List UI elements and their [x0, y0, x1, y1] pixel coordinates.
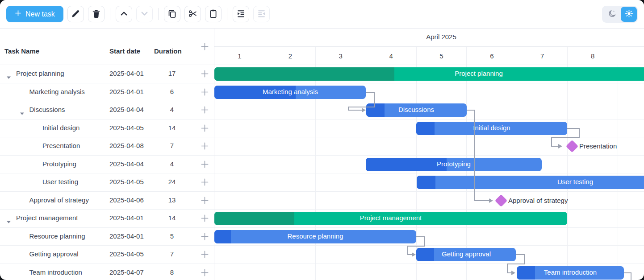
indent-icon [236, 9, 246, 20]
task-bar[interactable]: Getting approval [416, 248, 516, 261]
task-name-cell: Project planning [16, 70, 64, 77]
expand-caret-icon[interactable] [7, 217, 11, 225]
task-start-cell: 2025-04-01 [109, 88, 144, 95]
add-subtask-button[interactable] [195, 65, 214, 83]
paste-button[interactable] [205, 6, 222, 22]
progress-fill [366, 158, 447, 171]
task-row[interactable]: Initial design2025-04-0514 [0, 119, 195, 138]
add-subtask-button[interactable] [195, 101, 214, 119]
add-subtask-button[interactable] [195, 173, 214, 192]
add-subtask-button[interactable] [195, 264, 214, 280]
scissors-icon [188, 9, 197, 20]
plus-icon [15, 10, 21, 18]
clipboard-icon [209, 9, 218, 20]
add-subtask-button[interactable] [195, 192, 214, 210]
task-start-cell: 2025-04-04 [109, 160, 144, 168]
task-row[interactable]: User testing2025-04-0524 [0, 173, 195, 192]
add-subtask-button[interactable] [195, 246, 214, 264]
task-name-cell: Discussions [29, 106, 65, 113]
add-subtask-button[interactable] [195, 156, 214, 174]
column-header-start-date[interactable]: Start date [109, 47, 140, 55]
task-row[interactable]: Prototyping2025-04-044 [0, 156, 195, 174]
task-bar[interactable]: User testing [417, 176, 644, 189]
task-duration-cell: 5 [154, 232, 190, 240]
task-name-cell: Marketing analysis [29, 88, 85, 95]
task-bar[interactable]: Resource planning [214, 230, 416, 243]
trash-icon [92, 9, 101, 20]
task-name-cell: Project management [16, 214, 78, 222]
indent-button[interactable] [233, 6, 249, 22]
progress-fill [214, 212, 294, 225]
task-row[interactable]: Presentation2025-04-087 [0, 137, 195, 156]
task-bar[interactable]: Team introduction [517, 266, 624, 280]
bar-label: Initial design [473, 124, 510, 132]
month-label: April 2025 [426, 33, 456, 41]
cut-button[interactable] [184, 6, 201, 22]
bar-label: Marketing analysis [263, 88, 318, 95]
task-start-cell: 2025-04-06 [109, 196, 144, 204]
chart-row [214, 192, 644, 210]
expand-caret-icon[interactable] [7, 73, 11, 81]
delete-task-button[interactable] [88, 6, 105, 22]
add-subtask-button[interactable] [195, 210, 214, 228]
bar-label: Getting approval [442, 250, 491, 258]
day-header: 12345678 [214, 47, 644, 65]
progress-fill [366, 103, 385, 117]
chevron-down-icon [140, 9, 149, 20]
move-down-button [136, 6, 153, 22]
task-row[interactable]: Team introduction2025-04-078 [0, 264, 195, 280]
task-duration-cell: 14 [154, 214, 190, 222]
add-subtask-button[interactable] [195, 137, 214, 156]
bar-label: User testing [557, 178, 593, 185]
bar-label: Team introduction [544, 268, 597, 276]
column-header-task-name[interactable]: Task Name [4, 47, 39, 55]
toolbar-left-group: New task [6, 6, 270, 22]
task-bar[interactable]: Discussions [366, 103, 467, 117]
task-row[interactable]: Getting approval2025-04-057 [0, 246, 195, 264]
chevron-up-icon [119, 9, 129, 20]
task-name-cell: Getting approval [29, 250, 79, 258]
column-header-duration[interactable]: Duration [154, 47, 182, 55]
task-row[interactable]: Discussions2025-04-044 [0, 101, 195, 119]
light-mode-button[interactable] [621, 7, 637, 22]
task-row[interactable]: Project management2025-04-0114 [0, 210, 195, 228]
edit-task-button[interactable] [67, 6, 84, 22]
add-column-button[interactable] [200, 42, 209, 51]
task-duration-cell: 17 [154, 70, 190, 77]
dark-mode-button[interactable] [603, 7, 621, 22]
progress-fill [214, 67, 394, 81]
expand-caret-icon[interactable] [20, 109, 24, 117]
progress-fill [517, 266, 535, 280]
content-area: Task Name Start date Duration Project pl… [0, 29, 644, 280]
task-row[interactable]: Resource planning2025-04-015 [0, 228, 195, 246]
day-header-cell: 2 [265, 47, 315, 65]
move-up-button[interactable] [116, 6, 132, 22]
day-header-cell: 1 [214, 47, 265, 65]
add-subtask-button[interactable] [195, 119, 214, 138]
task-bar[interactable]: Initial design [416, 122, 567, 135]
project-bar[interactable]: Project management [214, 212, 567, 225]
bar-label: Project management [360, 214, 422, 222]
add-subtask-button[interactable] [195, 83, 214, 102]
copy-button[interactable] [164, 6, 180, 22]
task-row[interactable]: Project planning2025-04-0117 [0, 65, 195, 83]
day-header-cell: 4 [366, 47, 416, 65]
task-row[interactable]: Approval of strategy2025-04-0613 [0, 192, 195, 210]
bar-label: Project planning [455, 70, 503, 77]
grid-rows: Project planning2025-04-0117Marketing an… [0, 65, 195, 280]
task-row[interactable]: Marketing analysis2025-04-016 [0, 83, 195, 102]
project-bar[interactable]: Project planning [214, 67, 644, 81]
task-grid: Task Name Start date Duration Project pl… [0, 29, 195, 280]
theme-toggle [602, 6, 638, 23]
task-bar[interactable]: Prototyping [366, 158, 542, 171]
add-subtask-button[interactable] [195, 228, 214, 246]
task-start-cell: 2025-04-05 [109, 178, 144, 185]
task-name-cell: Initial design [42, 124, 79, 132]
new-task-button[interactable]: New task [6, 6, 63, 22]
chart-area: Project planningMarketing analysisDiscus… [214, 65, 644, 280]
task-bar[interactable]: Marketing analysis [214, 86, 366, 99]
task-duration-cell: 4 [154, 160, 190, 168]
task-name-cell: Team introduction [29, 268, 82, 276]
task-start-cell: 2025-04-01 [109, 70, 144, 77]
task-duration-cell: 7 [154, 250, 190, 258]
